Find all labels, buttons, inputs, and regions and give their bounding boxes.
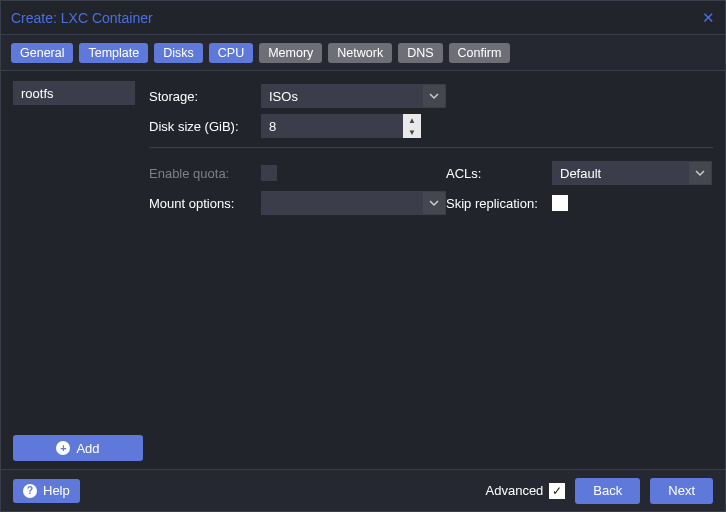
dialog-body: rootfs Storage: ISOs Disk size (GiB): [1, 71, 725, 469]
storage-label: Storage: [149, 89, 261, 104]
chevron-down-icon [423, 85, 445, 107]
dialog-window: Create: LXC Container ✕ General Template… [0, 0, 726, 512]
plus-icon: + [56, 441, 70, 455]
row-acls: ACLs: Default [446, 158, 713, 188]
panel-footer: + Add [13, 435, 713, 461]
enable-quota-label: Enable quota: [149, 166, 261, 181]
add-button[interactable]: + Add [13, 435, 143, 461]
tab-template[interactable]: Template [79, 43, 148, 63]
next-button[interactable]: Next [650, 478, 713, 504]
chevron-down-icon[interactable]: ▼ [403, 126, 421, 138]
row-disk-size: Disk size (GiB): 8 ▲ ▼ [149, 111, 713, 141]
tab-general[interactable]: General [11, 43, 73, 63]
chevron-up-icon[interactable]: ▲ [403, 114, 421, 126]
back-button[interactable]: Back [575, 478, 640, 504]
help-button[interactable]: ? Help [13, 479, 80, 503]
tab-dns[interactable]: DNS [398, 43, 442, 63]
col-right: ACLs: Default Skip replication: [446, 158, 713, 218]
main-area: rootfs Storage: ISOs Disk size (GiB): [13, 81, 713, 435]
acls-label: ACLs: [446, 166, 552, 181]
window-title: Create: LXC Container [11, 10, 153, 26]
advanced-label: Advanced [486, 483, 544, 498]
advanced-toggle[interactable]: Advanced [486, 483, 566, 499]
next-label: Next [668, 483, 695, 498]
disk-panel: Storage: ISOs Disk size (GiB): 8 ▲ [143, 81, 713, 435]
disk-sidebar: rootfs [13, 81, 143, 435]
titlebar: Create: LXC Container ✕ [1, 1, 725, 35]
chevron-down-icon [689, 162, 711, 184]
add-button-label: Add [76, 441, 99, 456]
help-label: Help [43, 483, 70, 498]
disk-size-value[interactable]: 8 [261, 114, 403, 138]
disk-size-stepper[interactable]: 8 ▲ ▼ [261, 114, 421, 138]
enable-quota-checkbox [261, 165, 277, 181]
col-left: Enable quota: Mount options: [149, 158, 446, 218]
storage-select[interactable]: ISOs [261, 84, 446, 108]
sidebar-item-rootfs[interactable]: rootfs [13, 81, 135, 105]
tab-network[interactable]: Network [328, 43, 392, 63]
row-enable-quota: Enable quota: [149, 158, 446, 188]
advanced-checkbox[interactable] [549, 483, 565, 499]
advanced-grid: Enable quota: Mount options: [149, 158, 713, 218]
back-label: Back [593, 483, 622, 498]
storage-value: ISOs [269, 89, 298, 104]
skip-replication-label: Skip replication: [446, 196, 552, 211]
close-icon[interactable]: ✕ [702, 9, 715, 27]
row-skip-replication: Skip replication: [446, 188, 713, 218]
wizard-tabs: General Template Disks CPU Memory Networ… [1, 35, 725, 71]
disk-size-label: Disk size (GiB): [149, 119, 261, 134]
tab-disks[interactable]: Disks [154, 43, 203, 63]
stepper-buttons[interactable]: ▲ ▼ [403, 114, 421, 138]
tab-memory[interactable]: Memory [259, 43, 322, 63]
row-storage: Storage: ISOs [149, 81, 713, 111]
chevron-down-icon [423, 192, 445, 214]
dialog-footer: ? Help Advanced Back Next [1, 469, 725, 511]
mount-options-select[interactable] [261, 191, 446, 215]
help-icon: ? [23, 484, 37, 498]
acls-select[interactable]: Default [552, 161, 712, 185]
skip-replication-checkbox[interactable] [552, 195, 568, 211]
row-mount-options: Mount options: [149, 188, 446, 218]
acls-value: Default [560, 166, 601, 181]
mount-options-label: Mount options: [149, 196, 261, 211]
divider [149, 147, 713, 148]
tab-confirm[interactable]: Confirm [449, 43, 511, 63]
tab-cpu[interactable]: CPU [209, 43, 253, 63]
